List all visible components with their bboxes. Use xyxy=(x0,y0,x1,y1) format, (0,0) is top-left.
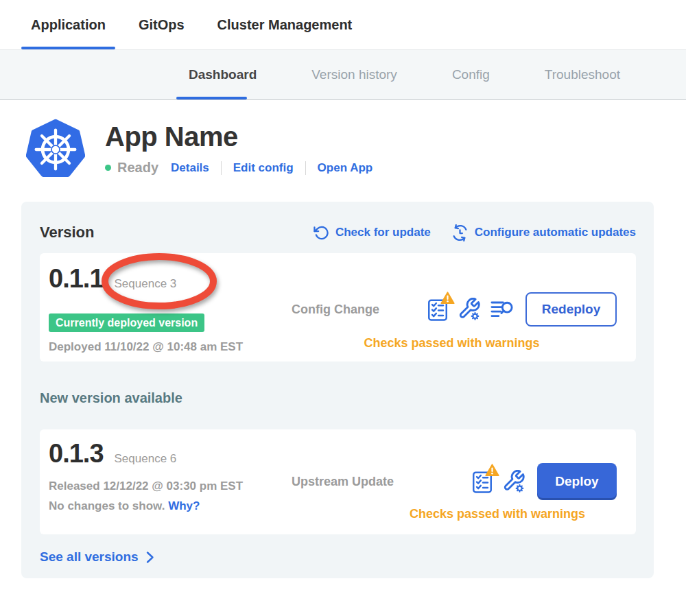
version-actions: Check for update Configure automatic upd… xyxy=(314,224,636,241)
available-version-number: 0.1.3 xyxy=(49,439,104,468)
app-status-row: Ready Details Edit config Open App xyxy=(105,160,372,176)
configure-automatic-updates-link[interactable]: Configure automatic updates xyxy=(451,224,636,241)
why-link[interactable]: Why? xyxy=(168,499,200,512)
view-diff-icon[interactable] xyxy=(490,300,514,320)
version-heading: Version xyxy=(40,224,94,241)
no-changes-line: No changes to show. Why? xyxy=(49,499,287,513)
version-source-label: Upstream Update xyxy=(292,475,394,489)
preflight-checks-icon[interactable] xyxy=(427,298,448,321)
subtab-config[interactable]: Config xyxy=(444,50,498,99)
current-version-row: 0.1.1 Sequence 3 Currently deployed vers… xyxy=(40,253,636,362)
current-version-number: 0.1.1 xyxy=(49,263,104,294)
available-version-actions: Upstream Update xyxy=(287,439,617,526)
page-title: App Name xyxy=(105,121,372,152)
check-for-update-link[interactable]: Check for update xyxy=(314,225,431,241)
released-timestamp: Released 12/12/22 @ 03:30 pm EST xyxy=(49,479,287,493)
config-wrench-icon[interactable] xyxy=(458,298,481,321)
new-version-heading: New version available xyxy=(40,390,636,406)
warning-triangle-icon xyxy=(440,292,455,305)
app-header: App Name Ready Details Edit config Open … xyxy=(26,119,686,180)
subtab-version-history[interactable]: Version history xyxy=(303,50,405,99)
current-version-icons xyxy=(427,298,514,321)
tab-application[interactable]: Application xyxy=(21,17,115,49)
status-label: Ready xyxy=(117,160,158,176)
tab-cluster-management[interactable]: Cluster Management xyxy=(208,17,362,49)
details-link[interactable]: Details xyxy=(171,161,209,175)
available-version-info: 0.1.3 Sequence 6 Released 12/12/22 @ 03:… xyxy=(49,439,287,526)
version-card: Version Check for update xyxy=(21,202,654,578)
current-version-action-row: Config Change xyxy=(287,292,617,327)
available-version-row: 0.1.3 Sequence 6 Released 12/12/22 @ 03:… xyxy=(40,429,636,534)
chevron-right-icon xyxy=(146,551,154,564)
subtab-troubleshoot[interactable]: Troubleshoot xyxy=(536,50,628,99)
deployed-timestamp: Deployed 11/10/22 @ 10:48 am EST xyxy=(49,340,287,354)
auto-update-clock-icon xyxy=(451,224,469,241)
available-version-line: 0.1.3 Sequence 6 xyxy=(49,439,287,473)
available-version-action-row: Upstream Update xyxy=(287,463,617,500)
available-version-icons xyxy=(472,470,525,493)
see-all-versions-link[interactable]: See all versions xyxy=(40,549,636,565)
app-info: App Name Ready Details Edit config Open … xyxy=(105,119,372,176)
version-source-label: Config Change xyxy=(292,303,379,317)
config-wrench-icon[interactable] xyxy=(502,470,525,493)
open-app-link[interactable]: Open App xyxy=(318,161,373,175)
refresh-icon xyxy=(314,225,329,241)
available-sequence-label: Sequence 6 xyxy=(115,445,177,473)
tab-gitops[interactable]: GitOps xyxy=(129,17,194,49)
current-sequence-label: Sequence 3 xyxy=(115,268,177,300)
preflight-status-text: Checks passed with warnings xyxy=(287,506,617,521)
preflight-checks-icon[interactable] xyxy=(472,470,493,493)
divider xyxy=(305,161,306,175)
status-dot xyxy=(105,165,111,171)
edit-config-link[interactable]: Edit config xyxy=(233,161,294,175)
redeploy-button[interactable]: Redeploy xyxy=(525,292,617,327)
deploy-button[interactable]: Deploy xyxy=(537,463,617,500)
current-version-actions: Config Change xyxy=(287,263,617,353)
version-card-header: Version Check for update xyxy=(40,224,636,241)
current-version-line: 0.1.1 Sequence 3 xyxy=(49,263,287,300)
preflight-status-text: Checks passed with warnings xyxy=(287,335,617,351)
kubernetes-logo-icon xyxy=(26,119,85,180)
divider xyxy=(221,161,222,175)
warning-triangle-icon xyxy=(485,464,499,477)
subtab-dashboard[interactable]: Dashboard xyxy=(180,50,265,99)
currently-deployed-badge: Currently deployed version xyxy=(49,313,204,332)
current-version-info: 0.1.1 Sequence 3 Currently deployed vers… xyxy=(49,263,287,353)
app-sub-nav: Dashboard Version history Config Trouble… xyxy=(0,49,686,100)
top-nav: Application GitOps Cluster Management xyxy=(0,0,686,49)
